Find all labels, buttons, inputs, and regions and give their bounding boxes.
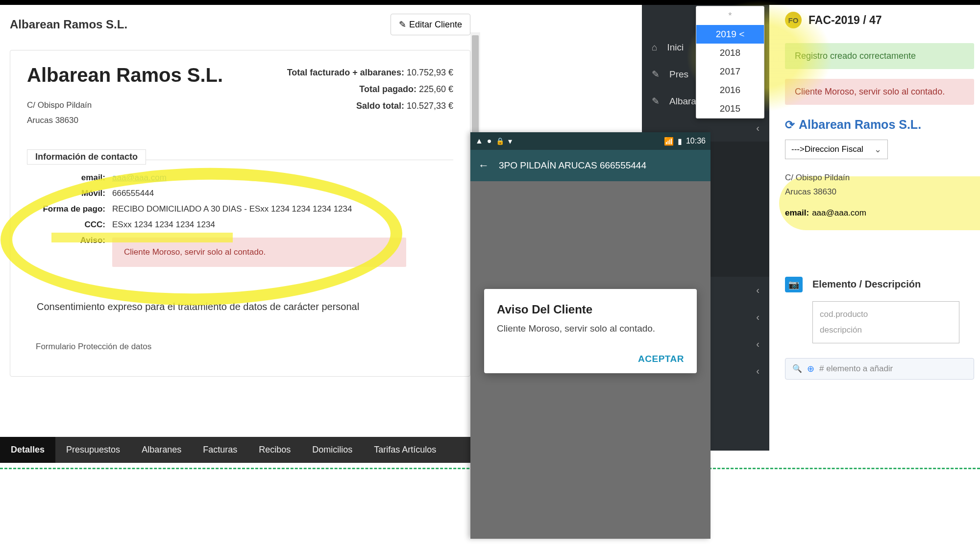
client-name: Albarean Ramos S.L. [27, 64, 223, 86]
contact-info: email: aaa@aaa.com Móvil: 666555444 Form… [27, 173, 453, 267]
mobile-overlay: 📶 10:36 3PO PILDAÍN ARUCAS 666555444 Avi… [470, 132, 710, 539]
invoice-badge: FO [785, 12, 802, 28]
back-icon[interactable] [478, 159, 489, 172]
modal-body: Cliente Moroso, servir solo al contado. [497, 323, 684, 334]
refresh-icon [785, 118, 795, 132]
mobile-value: 666555444 [112, 189, 154, 198]
year-dropdown[interactable]: * 2019 < 2018 2017 2016 2015 [696, 6, 764, 119]
invoice-panel: FO FAC-2019 / 47 Registro creado correct… [779, 5, 980, 386]
year-2015[interactable]: 2015 [696, 99, 764, 118]
consent-form-label: Formulario Protección de datos [36, 342, 453, 352]
year-2019[interactable]: 2019 < [696, 25, 764, 44]
cod-producto-input[interactable]: cod.producto [820, 307, 952, 322]
add-icon [807, 363, 814, 374]
chevron-left-icon [756, 285, 760, 296]
consent-title: Consentimiento expreso para el tratamien… [37, 301, 453, 312]
invoice-title: FAC-2019 / 47 [808, 14, 882, 27]
edit-icon: ✎ [652, 69, 660, 80]
mobile-app-header: 3PO PILDAÍN ARUCAS 666555444 [470, 150, 710, 181]
client-panel: Albarean Ramos S.L. Editar Cliente Albar… [0, 5, 480, 386]
tab-domicilios[interactable]: Domicilios [301, 437, 363, 463]
success-alert: Registro creado correctamente [785, 43, 974, 69]
mobile-header-text: 3PO PILDAÍN ARUCAS 666555444 [499, 160, 646, 171]
warning-alert: Cliente Moroso, servir solo al contado. [785, 79, 974, 105]
edit-client-button[interactable]: Editar Cliente [391, 14, 470, 35]
year-2018[interactable]: 2018 [696, 44, 764, 62]
modal-accept-button[interactable]: ACEPTAR [638, 354, 684, 364]
year-2016[interactable]: 2016 [696, 81, 764, 99]
add-element-row[interactable]: # elemento a añadir [785, 358, 974, 380]
year-star[interactable]: * [696, 6, 764, 25]
mobile-statusbar: 📶 10:36 [470, 132, 710, 150]
modal-title: Aviso Del Cliente [497, 303, 684, 316]
pencil-icon [399, 19, 406, 30]
tab-recibos[interactable]: Recibos [248, 437, 301, 463]
battery-icon [678, 137, 682, 146]
home-icon: ⌂ [652, 42, 657, 53]
product-inputs: cod.producto descripción [812, 301, 959, 343]
client-tabs: Detalles Presupuestos Albaranes Facturas… [0, 437, 480, 463]
tab-presupuestos[interactable]: Presupuestos [55, 437, 131, 463]
warning-box: Cliente Moroso, servir solo al contado. [112, 238, 406, 267]
status-dot-icon [487, 137, 492, 145]
contact-section-title: Información de contacto [27, 149, 146, 165]
chevron-left-icon [756, 338, 760, 350]
notification-icon [475, 137, 483, 145]
camera-icon[interactable] [785, 277, 803, 292]
mobile-modal: Aviso Del Cliente Cliente Moroso, servir… [484, 289, 697, 373]
tab-albaranes[interactable]: Albaranes [131, 437, 192, 463]
client-card: Albarean Ramos S.L. C/ Obispo Pildaín Ar… [10, 50, 470, 377]
edit-client-label: Editar Cliente [409, 20, 462, 30]
page-title: Albarean Ramos S.L. [10, 18, 127, 31]
invoice-client-link[interactable]: Albarean Ramos S.L. [785, 118, 974, 132]
chevron-down-icon [874, 144, 882, 155]
network-icon [508, 137, 512, 146]
lock-icon [496, 137, 504, 145]
invoice-email: email: aaa@aaa.com [785, 208, 974, 218]
edit-icon: ✎ [652, 96, 660, 107]
tab-tarifas[interactable]: Tarifas Artículos [363, 437, 447, 463]
email-link[interactable]: aaa@aaa.com [112, 173, 167, 183]
client-address: C/ Obispo Pildaín Arucas 38630 [27, 98, 223, 128]
year-2017[interactable]: 2017 [696, 62, 764, 81]
payment-value: RECIBO DOMICILIADO A 30 DIAS - ESxx 1234… [112, 204, 352, 214]
ccc-value: ESxx 1234 1234 1234 1234 [112, 220, 215, 230]
signal-icon: 📶 [664, 137, 674, 146]
totals-block: Total facturado + albaranes: 10.752,93 €… [287, 64, 453, 115]
mobile-time: 10:36 [686, 137, 706, 145]
chevron-left-icon [756, 122, 760, 134]
tab-detalles[interactable]: Detalles [0, 437, 55, 463]
invoice-address: C/ Obispo Pildaín Arucas 38630 [785, 171, 974, 199]
chevron-left-icon [756, 365, 760, 377]
direccion-select[interactable]: --->Direccion Fiscal [785, 140, 888, 159]
chevron-left-icon [756, 311, 760, 323]
element-section-title: Elemento / Descripción [812, 279, 921, 290]
search-icon [792, 364, 802, 374]
tab-facturas[interactable]: Facturas [192, 437, 248, 463]
descripcion-input[interactable]: descripción [820, 322, 952, 338]
